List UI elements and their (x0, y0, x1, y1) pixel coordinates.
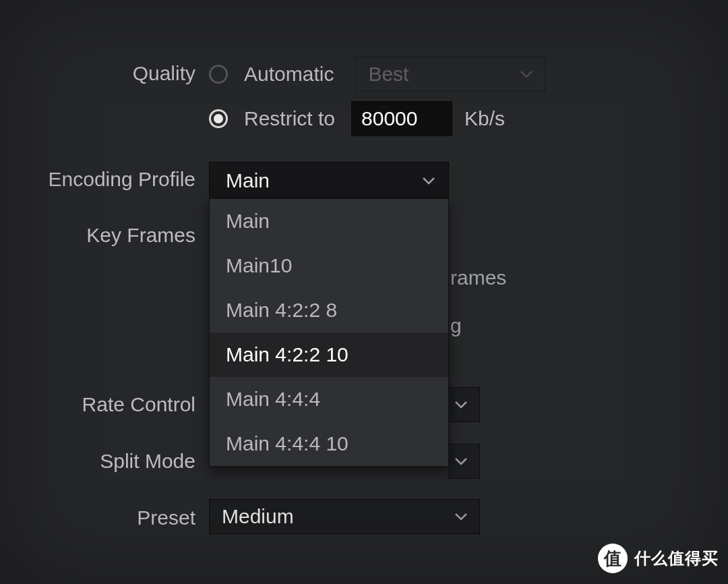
obscured-text-a: rames (450, 266, 506, 289)
preset-select-value: Medium (222, 505, 294, 528)
encoding-profile-dropdown[interactable]: Main Main10 Main 4:2:2 8 Main 4:2:2 10 M… (209, 198, 449, 467)
quality-label: Quality (133, 62, 195, 85)
chevron-down-icon (455, 401, 467, 409)
obscured-text-b: g (450, 314, 462, 337)
watermark: 值 什么值得买 (598, 544, 719, 573)
quality-automatic-select-value: Best (368, 63, 408, 86)
encoding-profile-option[interactable]: Main (210, 199, 448, 243)
chevron-down-icon (455, 457, 467, 465)
encoding-profile-select-value: Main (226, 169, 270, 192)
encoding-profile-option[interactable]: Main 4:4:4 10 (210, 421, 448, 466)
encoding-profile-option[interactable]: Main 4:4:4 (210, 377, 448, 421)
restrict-bitrate-input[interactable] (351, 101, 452, 136)
restrict-bitrate-unit: Kb/s (464, 107, 505, 130)
watermark-text: 什么值得买 (634, 548, 719, 569)
split-mode-label: Split Mode (100, 450, 195, 473)
chevron-down-icon (520, 70, 533, 78)
quality-automatic-radio[interactable] (209, 65, 228, 84)
preset-select[interactable]: Medium (209, 499, 480, 534)
rate-control-label: Rate Control (82, 393, 195, 416)
encoding-profile-option[interactable]: Main 4:2:2 8 (210, 288, 448, 332)
quality-restrict-radio[interactable] (209, 109, 228, 128)
encoding-profile-option[interactable]: Main10 (210, 243, 448, 288)
encoding-profile-label: Encoding Profile (49, 168, 195, 191)
quality-automatic-label: Automatic (244, 63, 334, 86)
quality-restrict-label: Restrict to (244, 107, 335, 130)
encoding-profile-option[interactable]: Main 4:2:2 10 (210, 332, 448, 377)
chevron-down-icon (455, 513, 467, 521)
split-mode-select[interactable] (448, 444, 480, 479)
quality-automatic-select[interactable]: Best (355, 57, 545, 92)
preset-label: Preset (137, 506, 195, 529)
encoding-profile-select[interactable]: Main (209, 162, 449, 200)
chevron-down-icon (423, 177, 435, 185)
rate-control-select[interactable] (448, 387, 480, 422)
watermark-badge: 值 (598, 544, 628, 573)
key-frames-label: Key Frames (86, 224, 195, 247)
